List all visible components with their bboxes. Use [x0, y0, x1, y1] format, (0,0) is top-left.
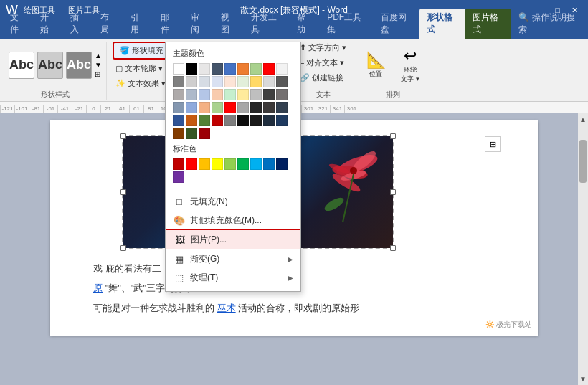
theme-color-cell[interactable] [173, 63, 184, 75]
picture-fill-item[interactable]: 🖼 图片(P)... [166, 229, 300, 249]
theme-color-cell[interactable] [276, 89, 288, 100]
tab-picture-format[interactable]: 图片格式 [465, 9, 511, 39]
standard-color-cell[interactable] [212, 158, 223, 170]
standard-color-cell[interactable] [263, 158, 275, 170]
tab-layout[interactable]: 布局 [93, 9, 123, 39]
standard-color-cell[interactable] [224, 158, 236, 170]
standard-color-cell[interactable] [237, 158, 249, 170]
theme-color-cell[interactable] [276, 76, 288, 87]
tab-review[interactable]: 审阅 [184, 9, 214, 39]
shape-effect-button[interactable]: ✨ 文本效果 ▾ [113, 77, 169, 90]
theme-color-cell[interactable] [199, 102, 210, 113]
theme-color-cell[interactable] [186, 89, 197, 100]
theme-color-cell[interactable] [212, 76, 223, 87]
theme-color-cell[interactable] [224, 63, 236, 75]
shape-style-2[interactable]: Abc [37, 52, 63, 79]
theme-color-cell[interactable] [224, 102, 236, 113]
tab-shape-format[interactable]: 形状格式 [419, 9, 465, 39]
theme-color-cell[interactable] [263, 102, 275, 113]
tab-search[interactable]: 🔍 操作说明搜索 [511, 9, 585, 39]
theme-color-cell[interactable] [212, 63, 223, 75]
link-yuan[interactable]: 原 [93, 282, 103, 293]
theme-color-cell[interactable] [199, 128, 210, 139]
theme-color-cell[interactable] [173, 76, 184, 87]
theme-color-cell[interactable] [250, 76, 262, 87]
theme-color-cell[interactable] [173, 115, 184, 126]
scroll-up-button[interactable]: ▲ [579, 113, 587, 125]
theme-color-cell[interactable] [250, 89, 262, 100]
standard-color-cell[interactable] [199, 158, 210, 170]
wrap-text-button[interactable]: ↩ 环绕文字 ▾ [394, 45, 426, 85]
style-scroll-up-icon[interactable]: ▲ [95, 52, 102, 60]
theme-color-cell[interactable] [237, 102, 249, 113]
theme-color-cell[interactable] [263, 89, 275, 100]
tab-insert[interactable]: 插入 [63, 9, 93, 39]
theme-color-cell[interactable] [250, 115, 262, 126]
gradient-item[interactable]: ▦ 渐变(G) ▶ [166, 249, 300, 268]
theme-color-cell[interactable] [263, 76, 275, 87]
handle-bot-right[interactable] [390, 245, 396, 251]
handle-top-right[interactable] [390, 133, 396, 139]
scroll-down-button[interactable]: ▼ [579, 373, 587, 385]
theme-color-cell[interactable] [212, 115, 223, 126]
scroll-thumb[interactable] [579, 140, 587, 183]
theme-color-cell[interactable] [199, 76, 210, 87]
theme-color-cell[interactable] [250, 63, 262, 75]
link-wushu[interactable]: 巫术 [217, 303, 236, 313]
tab-view[interactable]: 视图 [214, 9, 244, 39]
texture-item[interactable]: ⬚ 纹理(T) ▶ [166, 268, 300, 287]
theme-color-cell[interactable] [276, 115, 288, 126]
tab-references[interactable]: 引用 [123, 9, 153, 39]
theme-color-cell[interactable] [237, 115, 249, 126]
style-more-icon[interactable]: ⊞ [95, 70, 102, 78]
handle-bot-left[interactable] [120, 245, 126, 251]
standard-color-cell[interactable] [250, 158, 262, 170]
handle-mid-right[interactable] [390, 189, 396, 195]
theme-color-cell[interactable] [199, 115, 210, 126]
tab-mailings[interactable]: 邮件 [153, 9, 184, 39]
shape-style-1[interactable]: Abc [9, 52, 34, 79]
theme-color-cell[interactable] [237, 89, 249, 100]
theme-color-cell[interactable] [173, 89, 184, 100]
theme-color-cell[interactable] [173, 128, 184, 139]
theme-color-cell[interactable] [263, 63, 275, 75]
theme-color-cell[interactable] [250, 102, 262, 113]
create-link-button[interactable]: 🔗 创建链接 [297, 72, 346, 84]
standard-color-cell[interactable] [186, 158, 197, 170]
position-button[interactable]: 📐 位置 [360, 49, 392, 80]
theme-color-cell[interactable] [276, 63, 288, 75]
standard-color-cell[interactable] [173, 158, 184, 170]
theme-color-cell[interactable] [237, 63, 249, 75]
style-scroll-down-icon[interactable]: ▼ [95, 61, 102, 69]
tab-baidu-pan[interactable]: 百度网盘 [374, 9, 419, 39]
layout-options-icon[interactable]: ⊞ [485, 136, 501, 152]
tab-file[interactable]: 文件 [3, 9, 33, 39]
theme-color-cell[interactable] [186, 76, 197, 87]
theme-color-cell[interactable] [263, 115, 275, 126]
theme-color-cell[interactable] [186, 115, 197, 126]
handle-mid-left[interactable] [120, 189, 126, 195]
tab-home[interactable]: 开始 [33, 9, 63, 39]
more-fill-colors-item[interactable]: 🎨 其他填充颜色(M)... [166, 211, 300, 229]
theme-color-cell[interactable] [173, 102, 184, 113]
theme-color-cell[interactable] [237, 76, 249, 87]
handle-top-left[interactable] [120, 133, 126, 139]
theme-color-cell[interactable] [276, 102, 288, 113]
theme-color-cell[interactable] [186, 102, 197, 113]
shape-style-3[interactable]: Abc [66, 52, 92, 79]
standard-color-cell[interactable] [276, 158, 288, 170]
no-fill-item[interactable]: □ 无填充(N) [166, 192, 300, 211]
align-text-button[interactable]: ≡ 对齐文本 ▾ [297, 57, 347, 69]
shape-outline-button[interactable]: ▢ 文本轮廓 ▾ [113, 62, 166, 75]
standard-color-cell[interactable] [173, 171, 184, 183]
theme-color-cell[interactable] [186, 128, 197, 139]
scrollbar[interactable]: ▲ ▼ [578, 113, 588, 385]
text-direction-button[interactable]: ⬆ 文字方向 ▾ [297, 42, 349, 54]
theme-color-cell[interactable] [199, 63, 210, 75]
theme-color-cell[interactable] [186, 63, 197, 75]
theme-color-cell[interactable] [212, 89, 223, 100]
theme-color-cell[interactable] [199, 89, 210, 100]
theme-color-cell[interactable] [224, 115, 236, 126]
theme-color-cell[interactable] [224, 76, 236, 87]
theme-color-cell[interactable] [224, 89, 236, 100]
